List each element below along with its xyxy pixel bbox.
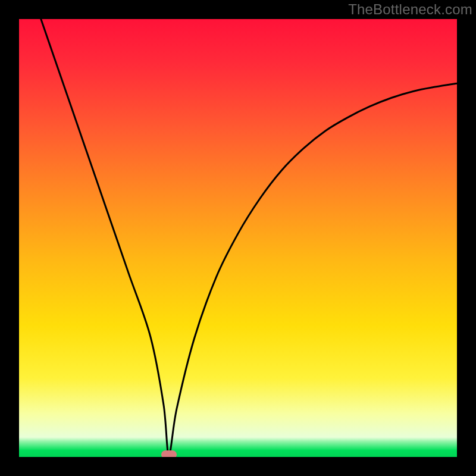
plot-area [19, 19, 457, 457]
chart-svg [19, 19, 457, 457]
watermark-text: TheBottleneck.com [348, 1, 472, 18]
gradient-background [19, 19, 457, 457]
chart-frame: TheBottleneck.com [0, 0, 476, 476]
optimal-point-marker [161, 450, 177, 457]
